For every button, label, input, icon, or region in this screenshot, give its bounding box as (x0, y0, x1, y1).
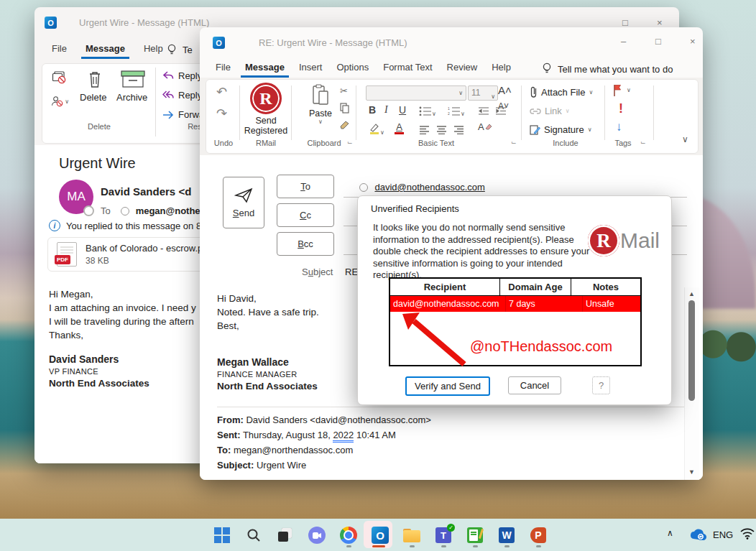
tray-chevron-up-icon[interactable]: ∧ (667, 528, 673, 538)
paste-button[interactable]: Paste ∨ (303, 84, 338, 125)
running-indicator (410, 545, 415, 547)
paste-icon (312, 84, 329, 106)
cut-icon[interactable]: ✂ (340, 85, 348, 96)
high-importance-button[interactable]: ! (619, 101, 623, 116)
tray-language[interactable]: ENG (713, 529, 733, 540)
signature-button[interactable]: Signature∨ (530, 124, 592, 135)
signature-company: North End Associates (49, 378, 149, 389)
grow-font-button[interactable]: A˄ (498, 84, 512, 96)
delete-button[interactable]: Delete (80, 92, 107, 103)
italic-button[interactable]: I (384, 104, 388, 116)
underline-button[interactable]: U (399, 104, 406, 116)
start-button[interactable] (211, 524, 234, 547)
tags-dialog-launcher[interactable]: ⌙ (640, 139, 646, 146)
send-registered-button[interactable]: R Send Registered (242, 83, 290, 136)
group-label-rmail: RMail (244, 139, 287, 147)
onedrive-icon[interactable] (688, 529, 707, 543)
close-button[interactable]: × (657, 17, 663, 28)
link-button[interactable]: Link∨ (530, 106, 570, 116)
teams-chat-icon[interactable] (305, 524, 328, 547)
format-painter-icon[interactable] (340, 120, 350, 133)
running-indicator (473, 545, 478, 547)
help-button[interactable]: ? (592, 376, 610, 394)
send-button[interactable]: Send (223, 177, 264, 228)
attachment-card[interactable]: PDF Bank of Colorado - escrow.p 38 KB (47, 237, 223, 272)
align-center-button[interactable] (436, 124, 447, 137)
maximize-button[interactable]: □ (655, 36, 661, 47)
bcc-button[interactable]: Bcc (277, 232, 334, 256)
tellme-search[interactable]: Tell me what you want to do (558, 64, 673, 75)
bold-button[interactable]: B (369, 104, 376, 116)
font-color-button[interactable]: A (395, 121, 404, 134)
tab-help[interactable]: Help (139, 40, 167, 59)
quoted-from-value: David Sanders <david@nothendassoc.com> (246, 415, 430, 425)
signature-role: VP FINANCE (49, 367, 149, 376)
bullets-button[interactable]: ∨ (419, 106, 436, 119)
numbering-button[interactable]: 12∨ (448, 106, 465, 119)
increase-indent-button[interactable] (495, 106, 507, 119)
tab-message[interactable]: Message (81, 40, 129, 59)
attachment-size: 38 KB (86, 256, 109, 266)
scroll-down-arrow[interactable]: ▼ (688, 468, 695, 476)
redo-button[interactable]: ↷ (216, 106, 227, 121)
tellme-lightbulb-icon (167, 44, 177, 57)
clear-formatting-button[interactable]: A (478, 121, 492, 132)
word-icon[interactable]: W (495, 524, 518, 547)
tab-help[interactable]: Help (487, 59, 515, 78)
tab-options[interactable]: Options (332, 59, 373, 78)
attach-file-button[interactable]: Attach File∨ (530, 85, 593, 98)
to-recipient-chip[interactable]: david@nothendassoc.com (374, 182, 484, 193)
tab-format-text[interactable]: Format Text (379, 59, 436, 78)
running-indicator-active (372, 545, 385, 547)
font-name-select[interactable]: ∨ (366, 85, 466, 101)
sender-name[interactable]: David Sanders <d (101, 185, 191, 198)
reply-button[interactable]: Reply (162, 70, 202, 81)
collapse-ribbon-chevron-icon[interactable]: ∨ (682, 134, 688, 144)
font-size-select[interactable]: 11∨ (468, 85, 498, 101)
archive-icon[interactable] (119, 69, 147, 89)
snip-editor-icon[interactable] (464, 524, 487, 547)
align-left-button[interactable] (419, 124, 430, 137)
search-icon[interactable] (242, 524, 265, 547)
col-recipient: Recipient (390, 279, 500, 295)
minimize-button[interactable]: – (621, 36, 626, 47)
wifi-icon[interactable] (740, 528, 755, 542)
basic-text-dialog-launcher[interactable]: ⌙ (511, 139, 517, 146)
cancel-button[interactable]: Cancel (508, 376, 561, 394)
outlook-taskbar-icon[interactable]: O (369, 524, 392, 547)
dialog-body-text: It looks like you do not normally send s… (373, 222, 599, 282)
highlight-button[interactable]: ∨ (369, 123, 384, 137)
tab-message[interactable]: Message (241, 59, 289, 78)
cc-button[interactable]: Cc (277, 203, 334, 227)
verify-and-send-button[interactable]: Verify and Send (405, 376, 490, 396)
file-explorer-icon[interactable] (400, 524, 423, 547)
tab-review[interactable]: Review (443, 59, 482, 78)
decrease-indent-button[interactable] (478, 106, 489, 119)
replied-info-bar[interactable]: You replied to this message on 8/1 (66, 221, 209, 231)
teams-icon[interactable]: T✓ (432, 524, 455, 547)
tab-insert[interactable]: Insert (295, 59, 327, 78)
tab-file[interactable]: File (211, 59, 235, 78)
ignore-icon[interactable] (52, 70, 68, 85)
chrome-icon[interactable] (337, 524, 360, 547)
clipboard-dialog-launcher[interactable]: ⌙ (347, 139, 353, 146)
scrollbar-track[interactable]: ▲ ▼ (684, 287, 699, 480)
align-right-button[interactable] (453, 124, 464, 137)
table-row-unsafe-recipient[interactable]: david@nothendassoc.com 7 days Unsafe (390, 296, 640, 312)
copy-icon[interactable] (340, 103, 349, 116)
tellme-search[interactable]: Te (183, 45, 193, 55)
task-view-icon[interactable] (274, 524, 297, 547)
delete-icon[interactable] (86, 69, 103, 89)
scrollbar-thumb[interactable] (688, 300, 695, 401)
tab-file[interactable]: File (47, 40, 71, 59)
follow-up-flag-button[interactable]: ∨ (613, 84, 631, 96)
archive-button[interactable]: Archive (116, 92, 147, 103)
scroll-up-arrow[interactable]: ▲ (688, 290, 695, 297)
low-importance-button[interactable]: ↓ (616, 120, 622, 134)
maximize-button[interactable]: □ (622, 17, 628, 28)
undo-button[interactable]: ↶ (216, 84, 227, 100)
block-sender-icon[interactable]: ∨ (50, 93, 69, 109)
close-button[interactable]: × (690, 36, 696, 47)
to-button[interactable]: To (277, 175, 334, 198)
powerpoint-icon[interactable]: P (527, 524, 550, 547)
